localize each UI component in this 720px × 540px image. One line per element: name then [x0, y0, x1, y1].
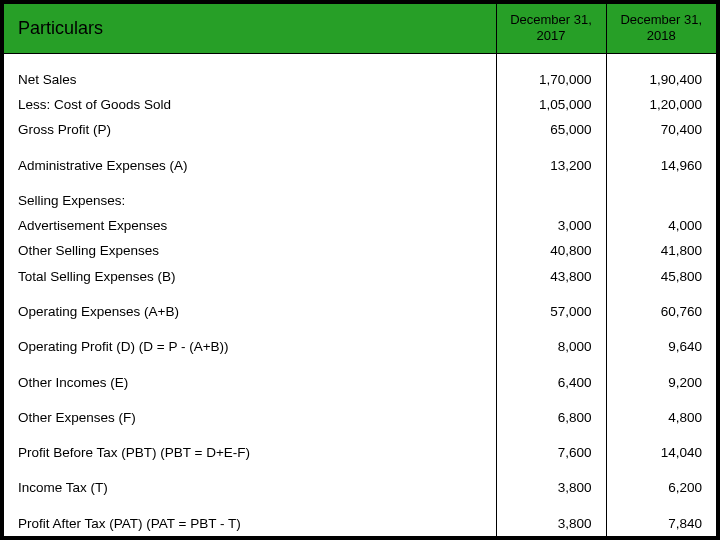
table-row: Operating Profit (D) (D = P - (A+B))8,00…: [4, 334, 716, 359]
row-value-2017: 57,000: [496, 299, 606, 324]
row-value-2017: 1,70,000: [496, 67, 606, 92]
row-label: Profit Before Tax (PBT) (PBT = D+E-F): [4, 440, 496, 465]
row-value-2017: 1,05,000: [496, 92, 606, 117]
row-value-2018: 9,200: [606, 370, 716, 395]
financial-table-sheet: Particulars December 31, 2017 December 3…: [4, 4, 716, 536]
table-row: [4, 178, 716, 188]
table-row: Administrative Expenses (A)13,20014,960: [4, 153, 716, 178]
row-value-2018: 60,760: [606, 299, 716, 324]
table-row: Less: Cost of Goods Sold1,05,0001,20,000: [4, 92, 716, 117]
row-label: Profit After Tax (PAT) (PAT = PBT - T): [4, 511, 496, 536]
header-col1-line1: December 31,: [510, 12, 592, 27]
row-value-2017: 40,800: [496, 239, 606, 264]
row-value-2017: 65,000: [496, 118, 606, 143]
row-value-2018: 41,800: [606, 239, 716, 264]
table-row: Net Sales1,70,0001,90,400: [4, 67, 716, 92]
row-label: Selling Expenses:: [4, 188, 496, 213]
table-row: Advertisement Expenses3,0004,000: [4, 213, 716, 238]
row-label: Less: Cost of Goods Sold: [4, 92, 496, 117]
row-value-2017: [496, 188, 606, 213]
table-row: Income Tax (T)3,8006,200: [4, 475, 716, 500]
row-label: Income Tax (T): [4, 475, 496, 500]
row-value-2017: 6,400: [496, 370, 606, 395]
row-label: Total Selling Expenses (B): [4, 264, 496, 289]
header-row: Particulars December 31, 2017 December 3…: [4, 4, 716, 53]
table-row: [4, 430, 716, 440]
row-value-2018: 7,840: [606, 511, 716, 536]
header-col-2017: December 31, 2017: [496, 4, 606, 53]
table-row: [4, 501, 716, 511]
header-col1-line2: 2017: [537, 28, 566, 43]
row-value-2018: [606, 188, 716, 213]
row-value-2018: 14,040: [606, 440, 716, 465]
row-label: Net Sales: [4, 67, 496, 92]
table-row: Selling Expenses:: [4, 188, 716, 213]
table-row: [4, 289, 716, 299]
table-row: [4, 143, 716, 153]
header-col2-line1: December 31,: [620, 12, 702, 27]
row-label: Operating Profit (D) (D = P - (A+B)): [4, 334, 496, 359]
table-row: Profit Before Tax (PBT) (PBT = D+E-F)7,6…: [4, 440, 716, 465]
row-value-2017: 3,800: [496, 475, 606, 500]
row-label: Operating Expenses (A+B): [4, 299, 496, 324]
row-value-2018: 45,800: [606, 264, 716, 289]
row-value-2018: 6,200: [606, 475, 716, 500]
row-value-2017: 3,800: [496, 511, 606, 536]
table-body: Net Sales1,70,0001,90,400Less: Cost of G…: [4, 53, 716, 536]
row-value-2017: 3,000: [496, 213, 606, 238]
header-particulars: Particulars: [4, 4, 496, 53]
table-row: Total Selling Expenses (B)43,80045,800: [4, 264, 716, 289]
table-row: Other Selling Expenses40,80041,800: [4, 239, 716, 264]
row-value-2017: 43,800: [496, 264, 606, 289]
table-row: Operating Expenses (A+B)57,00060,760: [4, 299, 716, 324]
table-row: Other Expenses (F)6,8004,800: [4, 405, 716, 430]
row-label: Other Selling Expenses: [4, 239, 496, 264]
row-value-2018: 9,640: [606, 334, 716, 359]
row-label: Other Incomes (E): [4, 370, 496, 395]
row-value-2017: 13,200: [496, 153, 606, 178]
row-label: Administrative Expenses (A): [4, 153, 496, 178]
table-row: [4, 465, 716, 475]
table-row: Gross Profit (P)65,00070,400: [4, 118, 716, 143]
row-label: Other Expenses (F): [4, 405, 496, 430]
row-value-2017: 8,000: [496, 334, 606, 359]
table-row: [4, 395, 716, 405]
top-gap-row: [4, 53, 716, 67]
table-row: Other Incomes (E)6,4009,200: [4, 370, 716, 395]
row-label: Gross Profit (P): [4, 118, 496, 143]
row-value-2018: 1,20,000: [606, 92, 716, 117]
header-col2-line2: 2018: [647, 28, 676, 43]
row-label: Advertisement Expenses: [4, 213, 496, 238]
row-value-2018: 4,000: [606, 213, 716, 238]
financial-table: Particulars December 31, 2017 December 3…: [4, 4, 716, 536]
header-col-2018: December 31, 2018: [606, 4, 716, 53]
table-row: [4, 360, 716, 370]
row-value-2017: 7,600: [496, 440, 606, 465]
table-row: [4, 324, 716, 334]
row-value-2018: 1,90,400: [606, 67, 716, 92]
table-row: Profit After Tax (PAT) (PAT = PBT - T)3,…: [4, 511, 716, 536]
row-value-2018: 4,800: [606, 405, 716, 430]
row-value-2017: 6,800: [496, 405, 606, 430]
row-value-2018: 14,960: [606, 153, 716, 178]
row-value-2018: 70,400: [606, 118, 716, 143]
